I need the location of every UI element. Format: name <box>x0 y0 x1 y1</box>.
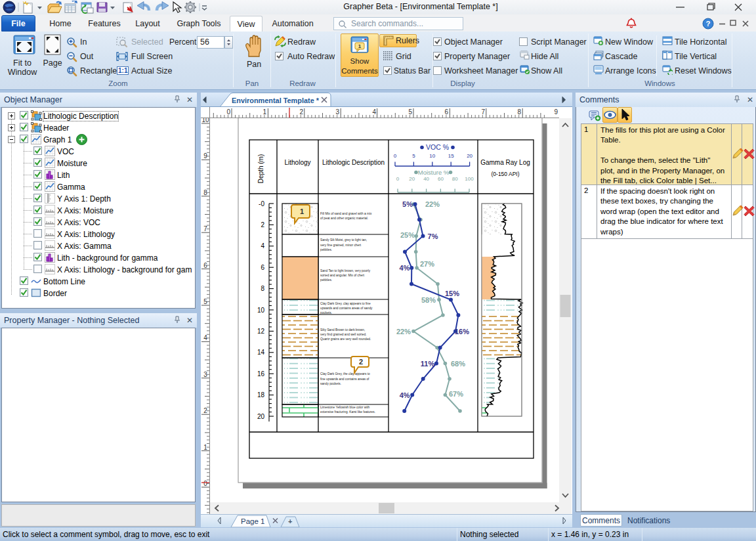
svg-text:Fill Mix of sand and gravel w: Fill Mix of sand and gravel with a mix <box>320 212 372 215</box>
svg-text:?: ? <box>705 20 710 28</box>
svg-text:20: 20 <box>257 413 265 420</box>
svg-text:very find grained and well sor: very find grained and well sorted. <box>320 333 366 336</box>
svg-text:22%: 22% <box>425 200 440 208</box>
svg-text:sorted and angular. Mix of ch: sorted and angular. Mix of chert <box>320 274 365 277</box>
svg-text:Lithology: Lithology <box>284 159 310 166</box>
svg-text:Clay Dark Grey, the clay appe: Clay Dark Grey, the clay appears to <box>320 372 370 376</box>
svg-text:6: 6 <box>203 262 207 269</box>
svg-text:18: 18 <box>257 391 265 399</box>
svg-text:Silty Sand Brown to dark brown: Silty Sand Brown to dark brown, <box>320 328 365 332</box>
svg-text:22%: 22% <box>396 328 411 335</box>
svg-text:11%: 11% <box>421 360 435 368</box>
svg-text:Depth (m): Depth (m) <box>257 154 264 183</box>
svg-text:3: 3 <box>335 108 339 116</box>
svg-text:10: 10 <box>257 307 265 314</box>
svg-text:pebbles.: pebbles. <box>320 278 332 282</box>
svg-text:pebbles.: pebbles. <box>320 248 332 251</box>
svg-text:4: 4 <box>261 242 264 249</box>
svg-text:25%: 25% <box>400 231 415 239</box>
svg-text:100: 100 <box>465 176 474 182</box>
svg-text:67%: 67% <box>449 390 463 398</box>
svg-text:58%: 58% <box>421 296 436 304</box>
svg-text:of peat and other organic mate: of peat and other organic material. <box>320 217 368 220</box>
svg-text:27%: 27% <box>420 260 434 268</box>
svg-text:(0-150 API): (0-150 API) <box>492 171 520 177</box>
svg-text:VOC %: VOC % <box>426 143 449 151</box>
svg-text:5: 5 <box>203 298 207 305</box>
svg-text:0: 0 <box>394 153 397 159</box>
svg-text:Gamma Ray Log: Gamma Ray Log <box>480 159 530 166</box>
svg-text:extensive fracturing. Karst l: extensive fracturing. Karst like feature… <box>320 410 375 414</box>
svg-text:80: 80 <box>452 176 458 182</box>
svg-text:60: 60 <box>438 176 444 182</box>
svg-text:8: 8 <box>203 189 207 196</box>
svg-text:upwards and contains areas of: upwards and contains areas of sandy <box>320 307 373 310</box>
svg-text:5%: 5% <box>402 200 413 208</box>
svg-text:Sandy Silt Moist, grey to ligh: Sandy Silt Moist, grey to light tan, <box>320 238 367 242</box>
svg-text:0: 0 <box>226 108 230 116</box>
svg-text:10: 10 <box>429 153 435 159</box>
svg-text:1: 1 <box>262 108 266 116</box>
svg-text:1: 1 <box>203 444 207 451</box>
svg-text:very fine grained, minor chert: very fine grained, minor chert <box>320 244 362 247</box>
svg-text:2: 2 <box>261 221 264 228</box>
svg-text:4%: 4% <box>400 391 410 399</box>
svg-text:68%: 68% <box>451 360 465 368</box>
svg-text:7: 7 <box>481 108 485 116</box>
svg-text:4: 4 <box>203 334 207 341</box>
svg-text:-0: -0 <box>259 200 264 207</box>
svg-text:1: 1 <box>300 207 304 215</box>
svg-text:+: + <box>288 517 292 525</box>
svg-text:14: 14 <box>257 349 265 356</box>
svg-text:5: 5 <box>408 108 412 116</box>
svg-text:9: 9 <box>554 108 558 116</box>
svg-text:15%: 15% <box>445 290 459 297</box>
svg-text:Lithologic Description: Lithologic Description <box>322 159 385 166</box>
svg-text:sandy pockets.: sandy pockets. <box>320 382 341 385</box>
svg-text:16%: 16% <box>455 328 469 335</box>
svg-text:7%: 7% <box>428 232 438 240</box>
svg-text:8: 8 <box>517 108 521 116</box>
svg-text:Limestone Yellowish blue color: Limestone Yellowish blue color with <box>320 406 370 409</box>
svg-text:9: 9 <box>203 152 207 160</box>
svg-text:0: 0 <box>396 176 400 182</box>
svg-text:3: 3 <box>203 371 207 378</box>
svg-text:4: 4 <box>372 108 376 116</box>
svg-text:Quartz grains are very well ro: Quartz grains are very well rounded. <box>320 337 371 341</box>
svg-text:2: 2 <box>359 358 363 366</box>
svg-text:10: 10 <box>201 118 209 123</box>
svg-text:pockets.: pockets. <box>320 311 332 314</box>
svg-text:6: 6 <box>261 264 264 271</box>
svg-text:12: 12 <box>257 328 265 335</box>
svg-text:16: 16 <box>257 370 265 378</box>
svg-text:2: 2 <box>299 108 303 116</box>
svg-text:1: 1 <box>358 43 362 49</box>
svg-text:Environmental Template *: Environmental Template * <box>232 97 319 104</box>
svg-text:20: 20 <box>467 153 472 159</box>
svg-text:4%: 4% <box>400 264 410 272</box>
svg-text:15: 15 <box>448 153 454 159</box>
svg-text:8: 8 <box>261 285 264 292</box>
svg-text:20: 20 <box>409 176 415 182</box>
svg-text:7: 7 <box>203 225 207 232</box>
svg-text:Page 1: Page 1 <box>241 517 264 525</box>
svg-text:fine upwards and contains area: fine upwards and contains areas of <box>320 378 369 381</box>
svg-text:2: 2 <box>203 407 207 414</box>
svg-text:Sand Tan to light brown, very: Sand Tan to light brown, very poorly <box>320 269 371 272</box>
svg-text:Moisture %: Moisture % <box>418 169 450 176</box>
svg-text:Clay Dark Grey. clay appears: Clay Dark Grey. clay appears to fine <box>320 302 371 305</box>
svg-text:0: 0 <box>203 480 207 487</box>
svg-text:6: 6 <box>444 108 448 116</box>
svg-text:5: 5 <box>412 153 415 159</box>
svg-text:40: 40 <box>423 176 429 182</box>
